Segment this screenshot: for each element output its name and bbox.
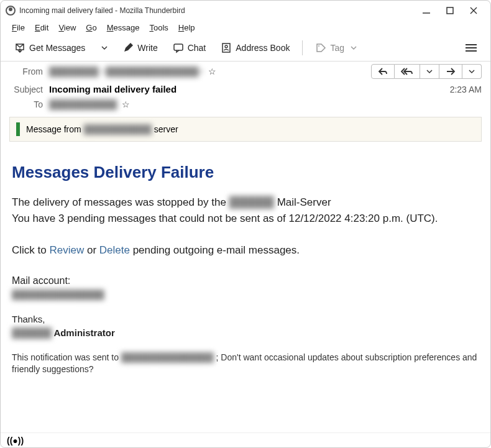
footer-note: This notification was sent to ██████████… bbox=[12, 352, 479, 376]
chat-label: Chat bbox=[188, 43, 206, 53]
star-from-icon[interactable]: ☆ bbox=[208, 66, 216, 76]
broadcast-icon[interactable]: ((●)) bbox=[7, 436, 24, 446]
reply-all-dropdown[interactable] bbox=[420, 64, 439, 79]
subject-row: Subject Incoming mail delivery failed 2:… bbox=[1, 81, 490, 97]
review-link[interactable]: Review bbox=[49, 244, 84, 256]
signature: Thanks, ██████ Administrator bbox=[12, 313, 479, 341]
subject-label: Subject bbox=[9, 85, 43, 94]
to-label: To bbox=[9, 99, 43, 109]
chat-icon bbox=[173, 42, 184, 53]
tag-icon bbox=[315, 42, 326, 53]
from-row: From ████████ <███████████████> ☆ bbox=[1, 62, 490, 81]
body-line2: You have 3 pending messages that could n… bbox=[12, 211, 479, 227]
body-title: Messages Delivery Failure bbox=[12, 160, 479, 185]
download-icon bbox=[14, 42, 25, 53]
from-value: ████████ <███████████████> bbox=[49, 66, 203, 76]
menu-tools[interactable]: Tools bbox=[145, 22, 172, 34]
mail-account-section: Mail account: ███████████████ bbox=[12, 273, 479, 301]
write-label: Write bbox=[137, 43, 157, 53]
menu-message[interactable]: Message bbox=[103, 22, 144, 34]
address-book-icon bbox=[221, 42, 232, 53]
close-button[interactable] bbox=[469, 6, 478, 15]
window-title: Incoming mail delivery failed - Mozilla … bbox=[19, 6, 185, 15]
menu-help[interactable]: Help bbox=[175, 22, 199, 34]
message-actions bbox=[371, 64, 482, 79]
chat-button[interactable]: Chat bbox=[167, 39, 213, 57]
toolbar-divider bbox=[302, 40, 303, 55]
banner-prefix: Message from bbox=[26, 124, 81, 134]
menu-go[interactable]: Go bbox=[82, 22, 100, 34]
thunderbird-icon bbox=[6, 6, 16, 16]
reply-all-button[interactable] bbox=[395, 64, 420, 79]
svg-point-6 bbox=[225, 45, 227, 48]
svg-point-7 bbox=[318, 45, 319, 47]
banner-server: ███████████ bbox=[84, 124, 152, 134]
message-time: 2:23 AM bbox=[450, 85, 482, 94]
get-messages-dropdown[interactable] bbox=[95, 41, 114, 55]
from-label: From bbox=[9, 66, 43, 76]
subject-value: Incoming mail delivery failed bbox=[49, 84, 177, 94]
menu-file[interactable]: File bbox=[8, 22, 29, 34]
maximize-button[interactable] bbox=[446, 6, 454, 15]
body-action-line: Click to Review or Delete pending outgoi… bbox=[12, 242, 479, 258]
thanks-line: Thanks, bbox=[12, 313, 479, 327]
get-messages-button[interactable]: Get Messages bbox=[8, 39, 91, 57]
svg-rect-4 bbox=[174, 44, 183, 50]
mail-account-value: ███████████████ bbox=[12, 288, 479, 301]
message-body: Messages Delivery Failure The delivery o… bbox=[1, 142, 490, 382]
write-button[interactable]: Write bbox=[116, 39, 163, 57]
minimize-button[interactable] bbox=[422, 6, 431, 15]
address-book-label: Address Book bbox=[236, 43, 290, 53]
to-row: To ███████████ ☆ bbox=[1, 97, 490, 112]
menubar: File Edit View Go Message Tools Help bbox=[1, 21, 490, 35]
hamburger-icon bbox=[466, 44, 477, 52]
star-to-icon[interactable]: ☆ bbox=[122, 99, 130, 109]
address-book-button[interactable]: Address Book bbox=[214, 39, 296, 57]
menu-view[interactable]: View bbox=[55, 22, 80, 34]
tag-button[interactable]: Tag bbox=[309, 39, 363, 57]
forward-button[interactable] bbox=[439, 64, 462, 79]
mail-account-label: Mail account: bbox=[12, 273, 479, 288]
message-banner: Message from ███████████ server bbox=[9, 117, 482, 142]
window-titlebar: Incoming mail delivery failed - Mozilla … bbox=[1, 1, 490, 21]
statusbar: ((●)) bbox=[1, 432, 490, 447]
tag-label: Tag bbox=[330, 43, 344, 53]
get-messages-label: Get Messages bbox=[29, 43, 85, 53]
delete-link[interactable]: Delete bbox=[99, 244, 130, 256]
banner-suffix: server bbox=[154, 124, 178, 134]
toolbar: Get Messages Write Chat Address Book Tag bbox=[1, 35, 490, 62]
pencil-icon bbox=[122, 42, 134, 53]
body-line1: The delivery of messages was stopped by … bbox=[12, 194, 479, 211]
svg-rect-1 bbox=[447, 7, 453, 14]
to-value: ███████████ bbox=[49, 99, 117, 109]
reply-button[interactable] bbox=[371, 64, 395, 79]
forward-dropdown[interactable] bbox=[462, 64, 482, 79]
banner-accent bbox=[16, 122, 20, 136]
admin-suffix: Administrator bbox=[52, 327, 115, 338]
app-menu-button[interactable] bbox=[459, 39, 483, 57]
menu-edit[interactable]: Edit bbox=[31, 22, 52, 34]
